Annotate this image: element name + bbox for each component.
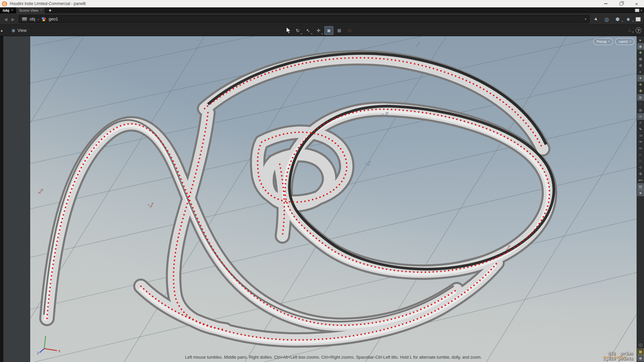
pane-edge-strip[interactable] <box>0 36 3 362</box>
paint-select-icon[interactable]: ✎ <box>637 126 644 132</box>
prims-count: 810 <box>608 351 616 356</box>
prim-numbers-icon[interactable]: 12 <box>637 145 644 152</box>
tab-close-icon[interactable]: × <box>40 9 42 12</box>
viewport-sidebar: ▸◉❖⊠⊘◐☀✛✜◍◌◎◘✓✎.12✑12⌐∷⊹⊜abc▨◈ ⓘ▦◉ <box>637 36 644 362</box>
no-lighting-icon[interactable]: ⊘ <box>637 62 644 69</box>
show-objects-toggle-icon[interactable]: ◉ <box>637 43 644 50</box>
axis-x-label: x <box>58 349 60 353</box>
obj-context-icon <box>22 17 27 21</box>
chevron-down-icon: ▾ <box>301 33 302 35</box>
hq-lighting-shadows-icon[interactable]: ✜ <box>637 88 644 94</box>
point-numbers-icon[interactable]: .12 <box>637 132 644 139</box>
projection-selector[interactable]: Persp ▾ <box>593 38 613 45</box>
move-tool[interactable]: ✛▾ <box>314 26 323 35</box>
display-grid-icon[interactable]: ⊜ <box>637 171 644 177</box>
path-node[interactable]: geo1 <box>49 17 58 21</box>
snapshot-disabled[interactable]: ⊖ <box>345 26 354 35</box>
nodes-icon[interactable]: ∴▾ <box>628 28 631 33</box>
hide-other-objects-icon[interactable]: ◌ <box>637 101 644 107</box>
prim-hulls-icon[interactable]: ⌐ <box>637 152 644 158</box>
sidebar-display-toggles: ▸◉❖⊠⊘◐☀✛✜◍◌◎◘✓✎.12✑12⌐∷⊹⊜abc▨◈ <box>637 37 644 196</box>
path-dropdown-icon[interactable]: ▾ <box>585 17 586 21</box>
axis-gizmo: x z <box>36 333 63 355</box>
minimize-button[interactable] <box>603 1 608 6</box>
display-normals-icon[interactable]: ⊹ <box>637 164 644 171</box>
sidebar-expand-arrow-icon[interactable]: ▸ <box>637 37 644 43</box>
view-tool[interactable]: ↻▾ <box>293 26 302 35</box>
point-trail-icon[interactable]: ∷ <box>637 158 644 164</box>
sidebar-bottom-group: ⓘ▦◉ <box>637 342 644 361</box>
pane-splitter-icon[interactable]: ▲ <box>0 29 3 32</box>
tab-scene-view[interactable]: Scene View × <box>16 7 45 13</box>
normal-lighting-icon[interactable]: ☀ <box>637 75 644 81</box>
help-icon[interactable]: ? <box>636 27 641 33</box>
headlight-only-icon[interactable]: ◐ <box>637 69 644 75</box>
tab-obj[interactable]: /obj × <box>0 7 16 13</box>
window-titlebar: Houdini Indie Limited-Commercial - panel… <box>0 0 644 7</box>
main-area: 2-112-2-1 Persp ▾ cam1 ▾ x z <box>0 36 644 362</box>
back-arrow-icon[interactable]: ◀ <box>2 17 9 22</box>
display-options-sphere-icon[interactable]: ◘ <box>637 113 644 120</box>
chevron-down-icon: ▾ <box>632 31 634 34</box>
smooth-shading-mode-icon[interactable]: ◍ <box>637 94 644 101</box>
geometry-stats: 810 prims 1,610 points <box>603 351 633 361</box>
visibility-toggle-icon[interactable]: ◉ <box>637 355 644 361</box>
ghost-other-objects-icon[interactable]: ◎ <box>637 107 644 113</box>
chevron-down-icon: ▾ <box>632 20 634 23</box>
chevron-down-icon: ▾ <box>321 33 323 35</box>
viewport-info-icon[interactable]: ⓘ <box>637 342 644 349</box>
pin-icon[interactable]: ➤ <box>591 14 601 24</box>
display-labels-icon[interactable]: abc <box>637 177 644 183</box>
camera-tool[interactable]: ◙ <box>324 26 333 35</box>
path-root[interactable]: obj <box>30 17 35 21</box>
background-image-icon[interactable]: ▨ <box>637 183 644 190</box>
chevron-down-icon: ▾ <box>311 33 312 35</box>
path-field[interactable]: obj › geo1 ▾ <box>19 15 589 23</box>
viewport-tool-strip: ↻▾↖▾✛▾◙⊞⊖ <box>293 26 354 35</box>
points-count: 1,610 <box>603 356 616 361</box>
chevron-down-icon[interactable]: ▾ <box>641 9 642 12</box>
new-tab-button[interactable]: + <box>45 7 55 13</box>
viewport-snapshot-icon[interactable]: ❖ <box>637 50 644 56</box>
cube-icon[interactable]: ⬢▾ <box>614 16 621 22</box>
panel-white-square-icon[interactable] <box>636 17 641 21</box>
target-icon[interactable]: ◎ <box>603 16 610 22</box>
pane-tabbar: /obj × Scene View × + ▾ <box>0 7 644 13</box>
lock-camera-icon[interactable]: ⊠ <box>637 56 644 62</box>
network-pathbar: ◀ ▶ obj › geo1 ▾ ➤ ◎ ⬢▾ ☻▾ <box>0 13 644 25</box>
viewport-left-gutter <box>3 36 30 362</box>
mouse-cursor <box>286 27 292 34</box>
select-visible-only-icon[interactable]: ✓ <box>637 120 644 126</box>
chevron-down-icon: ▾ <box>608 40 610 43</box>
houdini-logo-icon <box>2 1 7 6</box>
high-quality-lighting-icon[interactable]: ✛ <box>637 81 644 88</box>
camera-handles-icon[interactable]: ◈ <box>637 190 644 196</box>
pane-label[interactable]: ◉ View <box>11 28 26 33</box>
viewport-3d[interactable]: 2-112-2-1 Persp ▾ cam1 ▾ x z <box>30 36 637 362</box>
viewport-help-text: Left mouse tumbles. Middle pans. Right d… <box>30 355 637 360</box>
restore-button[interactable] <box>619 1 624 6</box>
sweep-geometry <box>30 36 637 362</box>
close-button[interactable]: × <box>634 1 639 6</box>
chevron-down-icon: ▾ <box>622 20 623 23</box>
camera-selector[interactable]: cam1 ▾ <box>615 38 634 45</box>
pane-white-square-icon[interactable] <box>635 9 639 12</box>
scene-view-toolbar: ▲ ◉ View ↻▾↖▾✛▾◙⊞⊖ ∴▾ ? <box>0 25 644 36</box>
character-icon[interactable]: ☻▾ <box>625 16 632 22</box>
forward-arrow-icon[interactable]: ▶ <box>9 17 17 22</box>
geo-node-icon <box>41 17 46 21</box>
chevron-down-icon: ▾ <box>630 40 631 43</box>
frame-zoom-tool[interactable]: ⊞ <box>335 26 344 35</box>
point-markers-icon[interactable]: ✑ <box>637 139 644 145</box>
window-title: Houdini Indie Limited-Commercial - panel… <box>10 1 86 6</box>
axis-z-label: z <box>37 351 39 355</box>
viewport-layout-icon[interactable]: ▦ <box>637 349 644 355</box>
view-icon: ◉ <box>11 28 15 33</box>
select-tool[interactable]: ↖▾ <box>304 26 313 35</box>
path-separator-icon: › <box>38 17 39 22</box>
tab-close-icon[interactable]: × <box>11 9 13 12</box>
houdini-window: Houdini Indie Limited-Commercial - panel… <box>0 0 644 362</box>
